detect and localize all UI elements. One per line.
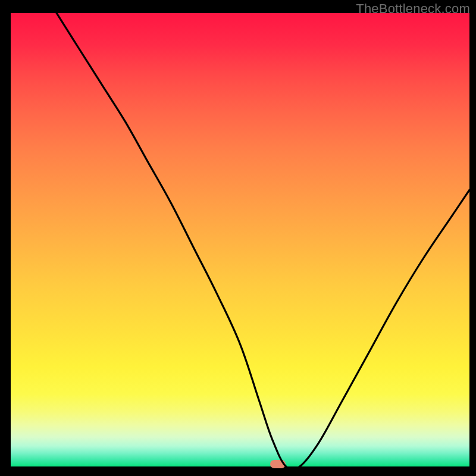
chart-frame: TheBottleneck.com [0, 0, 476, 476]
plot-area [11, 13, 469, 466]
curve-path [57, 13, 469, 466]
bottleneck-curve [11, 13, 469, 466]
watermark-text: TheBottleneck.com [356, 1, 470, 17]
